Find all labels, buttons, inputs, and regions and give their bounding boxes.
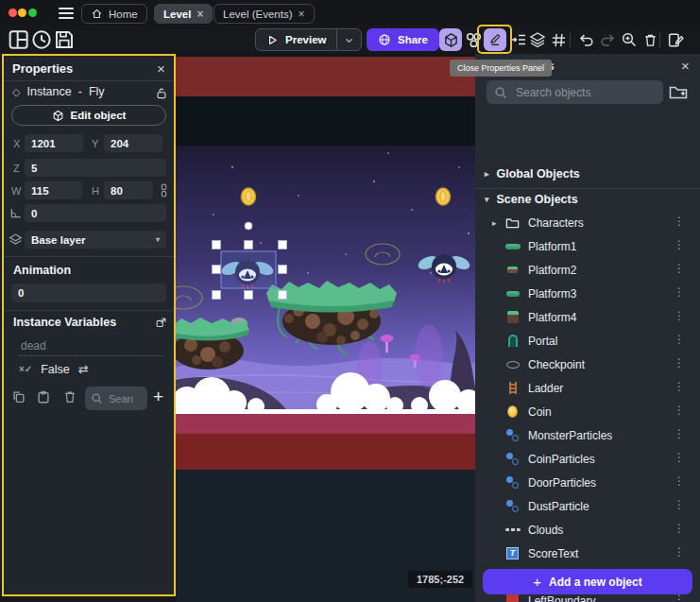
chevron-right-icon[interactable]: ▸ bbox=[492, 218, 497, 228]
close-properties-button[interactable]: × bbox=[157, 61, 165, 76]
kebab-menu-icon[interactable]: ⋮ bbox=[674, 215, 685, 228]
redo-icon bbox=[599, 31, 616, 48]
add-object-button[interactable]: + Add a new object bbox=[483, 569, 692, 594]
share-button[interactable]: Share bbox=[367, 28, 439, 51]
kebab-menu-icon[interactable]: ⋮ bbox=[674, 356, 685, 370]
minimize-window-button[interactable] bbox=[18, 9, 26, 17]
object-label: Ladder bbox=[528, 382, 563, 395]
variable-name[interactable]: dead bbox=[21, 339, 46, 353]
object-list-item[interactable]: ▸ Coin ⋮ bbox=[475, 400, 700, 423]
maximize-window-button[interactable] bbox=[28, 9, 37, 17]
object-list-item[interactable]: ▸ Platform1 ⋮ bbox=[475, 234, 700, 258]
variables-search-input[interactable] bbox=[107, 392, 135, 405]
hamburger-menu-icon[interactable] bbox=[59, 8, 74, 19]
object-list-item[interactable]: ▸ MonsterParticles ⋮ bbox=[475, 423, 700, 447]
paste-icon[interactable] bbox=[36, 389, 51, 404]
preview-button[interactable]: Preview bbox=[256, 34, 336, 46]
close-objects-panel-button[interactable]: × bbox=[681, 59, 690, 73]
kebab-menu-icon[interactable]: ⋮ bbox=[674, 474, 685, 488]
global-objects-section[interactable]: ▸ Global Objects bbox=[485, 167, 580, 181]
object-label: Platform1 bbox=[528, 240, 576, 253]
close-tab-icon[interactable]: × bbox=[299, 9, 305, 20]
kebab-menu-icon[interactable]: ⋮ bbox=[674, 404, 685, 417]
object-list-item[interactable]: ▸ CoinParticles ⋮ bbox=[475, 447, 700, 471]
undo-button[interactable] bbox=[575, 28, 598, 51]
object-list-item[interactable]: ▸ DoorParticles ⋮ bbox=[475, 471, 700, 494]
delete-button[interactable] bbox=[639, 28, 661, 51]
kebab-menu-icon[interactable]: ⋮ bbox=[674, 451, 685, 464]
y-field[interactable] bbox=[104, 134, 162, 152]
object-list-item[interactable]: ▸ Platform2 ⋮ bbox=[475, 258, 700, 282]
object-list: ▸ Characters ⋮ ▸ Platform1 ⋮ ▸ Platform2… bbox=[475, 211, 700, 602]
cursor-coordinates-badge: 1785;-252 bbox=[408, 571, 472, 588]
object-list-item[interactable]: ▸ Clouds ⋮ bbox=[475, 518, 700, 542]
history-clock-icon[interactable] bbox=[30, 28, 53, 51]
coin-instance[interactable] bbox=[436, 188, 451, 205]
kebab-menu-icon[interactable]: ⋮ bbox=[674, 309, 685, 322]
kebab-menu-icon[interactable]: ⋮ bbox=[674, 427, 685, 440]
toolbar: Preview Share bbox=[0, 26, 700, 54]
kebab-menu-icon[interactable]: ⋮ bbox=[674, 285, 685, 299]
layers-panel-button[interactable] bbox=[526, 28, 549, 51]
object-list-item[interactable]: ▸ Platform3 ⋮ bbox=[475, 282, 700, 305]
kebab-menu-icon[interactable]: ⋮ bbox=[674, 262, 685, 275]
trash-icon[interactable] bbox=[62, 389, 77, 404]
objects-search[interactable] bbox=[487, 80, 663, 104]
height-field[interactable] bbox=[104, 181, 153, 199]
tab-home[interactable]: Home bbox=[81, 4, 147, 24]
coin-instance[interactable] bbox=[242, 188, 256, 205]
platform2-thumbnail bbox=[504, 267, 521, 273]
properties-panel-toggle-button[interactable] bbox=[484, 28, 506, 51]
panels-layout-icon[interactable] bbox=[8, 28, 30, 51]
kebab-menu-icon[interactable]: ⋮ bbox=[674, 498, 685, 511]
object-list-item[interactable]: ▸ DustParticle ⋮ bbox=[475, 494, 700, 518]
objects-search-input[interactable] bbox=[514, 85, 656, 100]
preview-dropdown-button[interactable] bbox=[336, 29, 361, 50]
search-icon bbox=[494, 86, 507, 99]
kebab-menu-icon[interactable]: ⋮ bbox=[674, 333, 685, 346]
object-list-item[interactable]: ▸ Platform4 ⋮ bbox=[475, 305, 700, 329]
animation-field[interactable] bbox=[11, 284, 166, 302]
angle-field[interactable] bbox=[25, 204, 166, 222]
edit-scene-events-button[interactable] bbox=[664, 28, 687, 51]
object-list-item[interactable]: ▸ Checkpoint ⋮ bbox=[475, 353, 700, 376]
object-label: Characters bbox=[528, 216, 584, 230]
object-groups-button[interactable] bbox=[462, 28, 485, 51]
selected-object-name: Fly bbox=[89, 85, 105, 98]
scene-objects-section[interactable]: ▾ Scene Objects bbox=[485, 193, 578, 206]
new-folder-icon[interactable] bbox=[669, 83, 688, 100]
swap-value-icon[interactable]: ⇄ bbox=[78, 362, 89, 376]
kebab-menu-icon[interactable]: ⋮ bbox=[674, 522, 685, 535]
object-label: Platform4 bbox=[528, 311, 576, 324]
variable-value[interactable]: False bbox=[41, 363, 70, 376]
object-list-item[interactable]: ▸ Ladder ⋮ bbox=[475, 376, 700, 400]
z-field[interactable] bbox=[25, 159, 166, 177]
edit-object-button[interactable]: Edit object bbox=[11, 105, 166, 126]
layer-select[interactable]: Base layer ▾ bbox=[25, 231, 166, 249]
copy-icon[interactable] bbox=[11, 389, 26, 404]
x-field[interactable] bbox=[25, 134, 83, 152]
unlock-icon[interactable] bbox=[155, 86, 168, 100]
tab-level[interactable]: Level × bbox=[154, 4, 213, 24]
open-variables-icon[interactable] bbox=[155, 317, 167, 329]
grid-button[interactable] bbox=[547, 28, 570, 51]
object-list-item[interactable]: ▸ T ScoreText ⋮ bbox=[475, 542, 700, 565]
kebab-menu-icon[interactable]: ⋮ bbox=[674, 238, 685, 251]
kebab-menu-icon[interactable]: ⋮ bbox=[674, 380, 685, 393]
rotate-handle bbox=[245, 222, 252, 230]
object-list-item[interactable]: ▸ Portal ⋮ bbox=[475, 329, 700, 353]
kebab-menu-icon[interactable]: ⋮ bbox=[674, 545, 685, 559]
variables-search[interactable] bbox=[85, 387, 147, 410]
object-list-item[interactable]: ▸ Characters ⋮ bbox=[475, 211, 700, 234]
folder-icon bbox=[504, 215, 521, 230]
width-field[interactable] bbox=[25, 181, 82, 199]
3d-edit-mode-button[interactable] bbox=[439, 28, 462, 51]
close-tab-icon[interactable]: × bbox=[196, 9, 203, 20]
save-icon[interactable] bbox=[53, 28, 76, 51]
zoom-in-button[interactable] bbox=[618, 28, 640, 51]
close-window-button[interactable] bbox=[9, 9, 17, 17]
link-dimensions-icon[interactable] bbox=[158, 182, 170, 198]
tab-level-events[interactable]: Level (Events) × bbox=[213, 4, 315, 24]
redo-button[interactable] bbox=[596, 28, 619, 51]
add-variable-button[interactable]: + bbox=[153, 387, 163, 407]
